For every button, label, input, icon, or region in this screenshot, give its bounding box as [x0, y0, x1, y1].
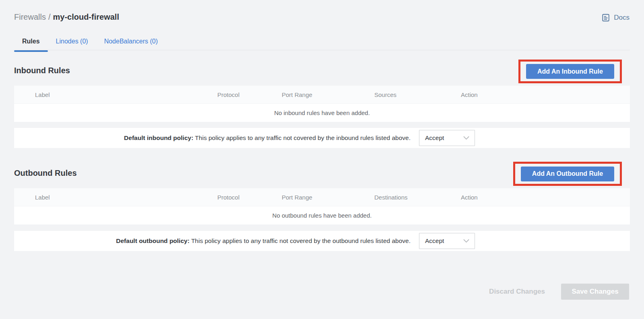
outbound-policy-description: Default outbound policy: This policy app…: [14, 237, 411, 245]
form-actions: Discard Changes Save Changes: [484, 284, 629, 300]
breadcrumb: Firewalls/my-cloud-firewall: [14, 12, 119, 22]
outbound-policy-selected-value: Accept: [425, 237, 444, 245]
inbound-rules-table: Label Protocol Port Range Sources Action…: [14, 86, 630, 122]
inbound-table-header-row: Label Protocol Port Range Sources Action: [14, 86, 630, 103]
outbound-policy-row: Default outbound policy: This policy app…: [14, 231, 630, 251]
inbound-rules-heading: Inbound Rules: [14, 66, 70, 75]
add-outbound-rule-button[interactable]: Add An Outbound Rule: [521, 167, 614, 181]
outbound-col-protocol: Protocol: [217, 194, 282, 201]
tab-bar: Rules Linodes (0) NodeBalancers (0): [14, 35, 166, 52]
save-changes-button[interactable]: Save Changes: [561, 284, 629, 300]
outbound-col-destinations: Destinations: [374, 194, 461, 201]
outbound-col-action: Action: [461, 194, 630, 201]
docs-icon: [601, 13, 610, 22]
outbound-policy-label: Default outbound policy:: [116, 237, 190, 244]
outbound-policy-select[interactable]: Accept: [419, 233, 475, 249]
inbound-col-protocol: Protocol: [217, 91, 282, 98]
inbound-col-port-range: Port Range: [282, 91, 374, 98]
outbound-col-label: Label: [35, 194, 217, 201]
inbound-policy-row: Default inbound policy: This policy appl…: [14, 128, 630, 148]
inbound-empty-state: No inbound rules have been added.: [14, 104, 630, 122]
add-inbound-rule-button[interactable]: Add An Inbound Rule: [526, 64, 614, 79]
chevron-down-icon: [463, 136, 469, 140]
breadcrumb-separator: /: [48, 12, 51, 21]
breadcrumb-current-firewall: my-cloud-firewall: [53, 12, 119, 21]
outbound-rules-heading: Outbound Rules: [14, 169, 77, 178]
inbound-button-highlight-annotation: Add An Inbound Rule: [518, 60, 622, 83]
chevron-down-icon: [463, 239, 469, 243]
inbound-policy-select[interactable]: Accept: [419, 130, 475, 146]
docs-link-label: Docs: [614, 14, 630, 22]
inbound-policy-label: Default inbound policy:: [124, 134, 193, 141]
outbound-rules-table: Label Protocol Port Range Destinations A…: [14, 188, 630, 224]
tab-divider: [14, 50, 630, 50]
outbound-col-port-range: Port Range: [282, 194, 374, 201]
outbound-empty-state: No outbound rules have been added.: [14, 206, 630, 224]
inbound-policy-helper-text: This policy applies to any traffic not c…: [195, 134, 411, 141]
firewall-detail-page: Firewalls/my-cloud-firewall Docs Rules L…: [0, 0, 644, 319]
outbound-policy-helper-text: This policy applies to any traffic not c…: [191, 237, 411, 244]
tab-linodes[interactable]: Linodes (0): [48, 35, 96, 52]
inbound-col-sources: Sources: [374, 91, 461, 98]
inbound-col-action: Action: [461, 91, 630, 98]
tab-nodebalancers[interactable]: NodeBalancers (0): [96, 35, 166, 52]
inbound-col-label: Label: [35, 91, 217, 98]
tab-rules[interactable]: Rules: [14, 35, 48, 52]
discard-changes-button[interactable]: Discard Changes: [484, 284, 550, 300]
docs-link[interactable]: Docs: [601, 13, 630, 22]
inbound-policy-description: Default inbound policy: This policy appl…: [14, 134, 411, 142]
inbound-policy-selected-value: Accept: [425, 134, 444, 142]
breadcrumb-firewalls-link[interactable]: Firewalls: [14, 12, 46, 21]
outbound-button-highlight-annotation: Add An Outbound Rule: [513, 162, 622, 186]
outbound-table-header-row: Label Protocol Port Range Destinations A…: [14, 188, 630, 206]
